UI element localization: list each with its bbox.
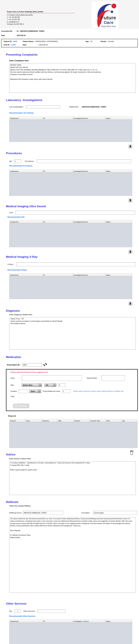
column-header-status: Status: [105, 117, 132, 120]
chevron-down-icon: ▼: [38, 390, 41, 393]
recommended-lab-testings-label: Recommended Lab Testings: [9, 112, 139, 114]
age-label: Age: [86, 40, 89, 42]
frequency-select[interactable]: OD▼: [44, 383, 56, 387]
heart-icon: ♥: [106, 22, 108, 24]
add-drug-button[interactable]: + Add Drug: [13, 404, 29, 408]
procedures-input[interactable]: [36, 160, 132, 163]
table-header-row: Drug ID Drug Fequency Way Duration Durat…: [9, 419, 138, 422]
uss-input[interactable]: [16, 211, 135, 214]
other-services-input[interactable]: [37, 610, 66, 613]
per-meal-input[interactable]: [62, 390, 70, 393]
xray-table-body-empty: [9, 277, 132, 299]
drug-list-table: Drug ID Drug Fequency Way Duration Durat…: [9, 419, 138, 448]
consult-date-label: Date: [1, 34, 15, 36]
visit-date-label: Date: [23, 44, 26, 46]
column-header-note: Note: [106, 419, 122, 422]
visit-date-value: 2024-06-04: [39, 44, 48, 46]
duration-unit-select[interactable]: Day/s▼: [30, 390, 41, 393]
reffering-doctor-label: Reffering Doctor: [9, 512, 22, 514]
delete-xray-button[interactable]: [128, 302, 132, 306]
lab-tests-table: Department ID Investigation/Service Stat…: [9, 117, 132, 142]
column-header-drug-id: Drug ID: [9, 419, 25, 422]
company-address: Le Chainter,Victoria,Mahe,Seychelles T: …: [7, 14, 77, 25]
column-header-frequency: Fequency: [42, 419, 58, 422]
column-header-investigation-service: Investigation / Service: [72, 620, 105, 623]
patient-info-box: Patient ID:6936 Patient Name:FREDA MIFA …: [1, 39, 138, 47]
section-title-other-services: Other Services: [6, 602, 139, 605]
logo-red-dot: [112, 4, 116, 8]
svg-text:Future: Future: [101, 15, 116, 20]
advice-label: Enter Doctor's Advice Here: [9, 458, 139, 460]
delete-drug-button[interactable]: [130, 450, 134, 456]
column-header-department: Department: [9, 220, 42, 224]
column-header-drug: Drug: [25, 419, 41, 422]
refferal-subtitle: Select the needed Refferal: [9, 505, 139, 507]
patient-id-label: Patient ID: [4, 40, 12, 42]
recommended-uss-label: Recommended USS: [8, 216, 139, 218]
section-title-refferals: Refferals: [6, 500, 139, 504]
logo-blue-dot: [111, 10, 113, 13]
chevron-down-icon: ▼: [39, 384, 42, 387]
special-notes-label: Special Notes: [87, 377, 97, 379]
procedures-table-body-empty: [9, 173, 132, 196]
svg-text:Care: Care: [104, 20, 114, 25]
meal-timing-select[interactable]: Before Meal▼: [22, 383, 42, 387]
way-label: Way: [10, 384, 19, 386]
section-title-laboratory-investigations: Laboratory Investigations: [6, 98, 139, 102]
age-value: 52: [90, 40, 92, 42]
email-line: E: jude@future.sc: [7, 21, 77, 23]
logo-graphic: Future Care ♥ Body Mind Soul: [92, 2, 118, 28]
consulted-by-value: Dr. ABIODUN EMMANUEL TAIWO: [17, 30, 44, 32]
lab-investigation-input[interactable]: [26, 105, 60, 108]
company-info: Future Care by Future Holdings (Pty) Lim…: [7, 11, 77, 25]
chevron-down-icon: ▼: [53, 384, 56, 387]
column-header-status: Status: [105, 220, 132, 224]
advice-textarea[interactable]: To continue antibiotics - Ciprofloxacin …: [9, 461, 136, 495]
section-title-diagnosis: Diagnosis: [6, 309, 139, 312]
company-number-line: Company No.8417652-2: [7, 23, 77, 25]
uss-label: USS :: [9, 212, 14, 214]
reffering-doctor-input[interactable]: [23, 511, 63, 515]
recommended-other-services-label: Recommended Other Services: [9, 615, 139, 617]
complaints-label: Enter Complaints Here: [9, 60, 139, 62]
gender-label: Gender: [100, 40, 106, 42]
phone-line-2: T: +24 84 225 252: [7, 18, 77, 20]
future-care-logo: Future Care ♥ Body Mind Soul: [92, 2, 118, 28]
consultant-input[interactable]: [94, 511, 137, 515]
delete-uss-button[interactable]: [128, 250, 132, 254]
section-title-medical-imaging-xray: Medical Imaging X-Ray: [6, 255, 139, 258]
duration-label: Duration :: [10, 390, 18, 392]
xrays-input[interactable]: [16, 262, 136, 266]
other-services-qty-input[interactable]: [14, 610, 21, 613]
column-header-department: Department: [9, 620, 42, 623]
column-header-status: Status: [105, 274, 132, 277]
column-header-id: ID: [42, 620, 72, 623]
trash-icon: [129, 302, 132, 305]
uss-table: Department ID Investigation/Service Stat…: [9, 220, 132, 247]
company-name: Future Care by Future Holdings (Pty) Lim…: [7, 11, 75, 13]
column-header-id: ID: [42, 220, 72, 224]
duration-input[interactable]: [19, 389, 28, 393]
prescription-id-input[interactable]: [22, 363, 42, 366]
column-header-investigation-service: Investigation/Service: [72, 117, 105, 120]
table-header-row: Department ID Investigation/Service Stat…: [9, 117, 132, 120]
procedures-qty-input[interactable]: [14, 160, 22, 163]
drug-row: Drug : Special Notes :: [10, 375, 137, 381]
refferal-letter-textarea[interactable]: The above named 52 year old woman presen…: [9, 517, 136, 593]
way-qty-input[interactable]: [58, 383, 65, 387]
visit-id-label: Visit ID: [4, 44, 10, 46]
column-header-way: Way: [58, 419, 74, 422]
diagnosis-textarea[interactable]: -Sepsis Focus : GIT -Severe anemia secon…: [9, 317, 136, 350]
delete-procedure-button[interactable]: [128, 198, 132, 202]
refresh-prescription-button[interactable]: [43, 363, 47, 367]
table-header-row: Department ID Investigation/Service Stat…: [9, 220, 132, 224]
complaints-textarea[interactable]: PATIENT SEEN HERE FOR FOLLOW UP RESULTS …: [9, 64, 136, 93]
special-notes-input[interactable]: [102, 375, 125, 381]
section-title-medical-imaging-ultrasound: Medical Imaging Ultra Sound: [6, 205, 139, 208]
total-label: Total: [10, 396, 19, 397]
letterhead: Future Care by Future Holdings (Pty) Lim…: [0, 0, 139, 29]
drug-input[interactable]: [22, 375, 82, 381]
delete-lab-test-button[interactable]: [128, 144, 132, 148]
procedures-table: Department ID Investigation/Service Stat…: [9, 170, 132, 196]
procedures-label: Procedures :: [25, 160, 34, 162]
